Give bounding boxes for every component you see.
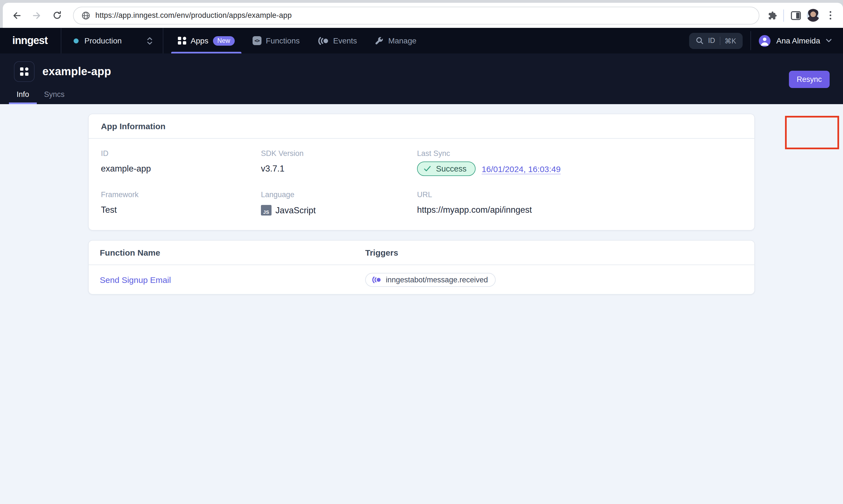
nav-tab-apps[interactable]: Apps New [170, 28, 242, 53]
last-sync-timestamp-link[interactable]: 16/01/2024, 16:03:49 [482, 164, 561, 174]
environment-status-dot [74, 38, 79, 43]
tab-info[interactable]: Info [9, 90, 37, 104]
field-url: URL https://myapp.com/api/inngest [417, 191, 742, 216]
field-label: URL [417, 191, 742, 199]
trigger-badge[interactable]: inngestabot/message.received [365, 273, 496, 287]
browser-chrome: https://app.inngest.com/env/production/a… [0, 0, 843, 28]
check-icon [424, 165, 431, 172]
user-menu[interactable]: Ana Almeida [759, 35, 832, 47]
navbar-tabs: Apps New <> Functions Events Manage [164, 28, 424, 53]
field-label: Framework [101, 191, 261, 199]
toolbar-divider [783, 9, 784, 21]
functions-table-header: Function Name Triggers [89, 240, 754, 265]
functions-code-icon: <> [253, 36, 261, 45]
reload-icon [52, 11, 62, 20]
nav-tab-label: Manage [388, 36, 416, 45]
field-sdk-version: SDK Version v3.7.1 [261, 149, 417, 176]
wrench-icon [375, 36, 384, 45]
screen: https://app.inngest.com/env/production/a… [0, 0, 843, 504]
extensions-icon[interactable] [766, 10, 777, 21]
field-value: example-app [101, 164, 261, 174]
environment-selector[interactable]: Production [62, 28, 163, 53]
environment-label: Production [84, 36, 141, 45]
events-waves-icon [317, 36, 329, 45]
select-chevrons-icon [147, 36, 153, 46]
field-value: https://myapp.com/api/inngest [417, 205, 742, 215]
search-shortcut[interactable]: ID ⌘K [689, 33, 743, 49]
search-label: ID [708, 37, 715, 44]
field-value: JavaScript [275, 205, 316, 215]
browser-forward-button[interactable] [29, 7, 45, 24]
navbar-divider [751, 31, 751, 50]
field-last-sync: Last Sync Success 16/01/2024, 16:03:49 [417, 149, 742, 176]
tab-syncs[interactable]: Syncs [37, 90, 72, 104]
page-header: example-app Info Syncs Resync [0, 53, 843, 104]
function-name-link[interactable]: Send Signup Email [100, 275, 365, 284]
browser-menu-icon[interactable] [825, 11, 835, 19]
user-name: Ana Almeida [776, 36, 820, 45]
site-globe-icon [81, 11, 90, 20]
trigger-name: inngestabot/message.received [386, 275, 488, 284]
apps-grid-icon [178, 37, 186, 45]
search-icon [696, 37, 704, 44]
field-language: Language JS JavaScript [261, 191, 417, 216]
page-title: example-app [42, 65, 111, 78]
nav-tab-label: Apps [191, 36, 208, 45]
search-divider [720, 36, 720, 45]
browser-reload-button[interactable] [49, 7, 65, 24]
field-label: ID [101, 149, 261, 158]
back-arrow-icon [12, 10, 22, 20]
card-title: App Information [89, 114, 754, 139]
app-grid-icon [20, 68, 29, 76]
event-trigger-icon [372, 276, 381, 283]
field-label: SDK Version [261, 149, 417, 158]
search-kbd-shortcut: ⌘K [724, 36, 736, 45]
url-text[interactable]: https://app.inngest.com/env/production/a… [95, 11, 292, 19]
side-panel-icon[interactable] [791, 10, 801, 20]
new-badge: New [213, 36, 235, 46]
field-framework: Framework Test [101, 191, 261, 216]
nav-tab-functions[interactable]: <> Functions [245, 28, 308, 53]
chevron-down-icon [826, 38, 832, 43]
user-avatar-icon [759, 35, 771, 47]
nav-tab-events[interactable]: Events [310, 28, 365, 53]
app-icon [14, 61, 35, 82]
nav-tab-manage[interactable]: Manage [367, 28, 424, 53]
field-value: v3.7.1 [261, 164, 417, 174]
status-badge: Success [417, 162, 476, 176]
resync-button[interactable]: Resync [789, 71, 830, 88]
browser-profile-avatar[interactable] [807, 9, 820, 22]
function-row: Send Signup Email inngestabot/message.re… [89, 265, 754, 294]
column-triggers: Triggers [365, 248, 754, 257]
field-id: ID example-app [101, 149, 261, 176]
column-function-name: Function Name [100, 248, 365, 257]
functions-card: Function Name Triggers Send Signup Email… [88, 240, 755, 294]
status-label: Success [436, 164, 467, 173]
address-bar[interactable]: https://app.inngest.com/env/production/a… [73, 6, 759, 24]
nav-tab-label: Functions [266, 36, 300, 45]
browser-toolbar: https://app.inngest.com/env/production/a… [3, 3, 843, 28]
field-label: Language [261, 191, 417, 199]
nav-tab-label: Events [333, 36, 357, 45]
browser-back-button[interactable] [8, 7, 25, 24]
field-label: Last Sync [417, 149, 742, 158]
javascript-logo-icon: JS [261, 205, 272, 216]
field-value: Test [101, 205, 261, 215]
main-content: App Information ID example-app SDK Versi… [0, 104, 843, 294]
forward-arrow-icon [32, 10, 42, 20]
page-tabs: Info Syncs [9, 90, 72, 104]
app-information-card: App Information ID example-app SDK Versi… [88, 114, 755, 231]
inngest-logo[interactable]: inngest [0, 28, 61, 53]
app-navbar: inngest Production Apps New <> Functions… [0, 28, 843, 53]
